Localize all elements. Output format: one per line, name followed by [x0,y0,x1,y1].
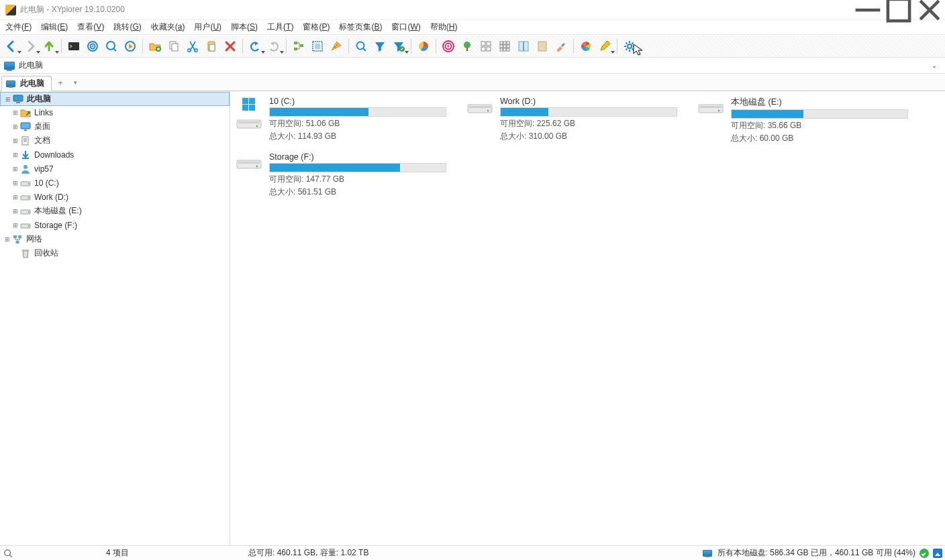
tree-node[interactable]: ⊞此电脑 [0,92,230,106]
up-button[interactable] [40,38,58,55]
menu-item[interactable]: 收藏夹(a) [148,20,188,34]
target-icon[interactable] [84,38,101,55]
tab-dropdown-button[interactable]: ▾ [69,76,81,89]
tree-toggle-icon[interactable]: ⊞ [12,208,19,215]
tree-label: Work (D:) [34,192,68,202]
toolbar [0,35,945,58]
menubar: 文件(F)编辑(E)查看(V)跳转(G)收藏夹(a)用户(U)脚本(S)工具(T… [0,20,945,35]
tree-node[interactable]: ⊞桌面 [0,119,230,133]
copy-icon[interactable] [165,38,183,55]
svg-rect-37 [503,45,506,48]
search-icon[interactable] [352,38,370,55]
delete-icon[interactable] [221,38,239,55]
tree-toggle-icon[interactable]: ⊞ [12,109,19,116]
brush-icon[interactable] [552,38,570,55]
status-search-button[interactable] [3,548,13,559]
grid-small-icon[interactable] [496,38,513,55]
filter-icon[interactable] [371,38,389,55]
redo-icon[interactable] [265,38,283,55]
pizza-icon[interactable] [328,38,345,55]
menu-item[interactable]: 用户(U) [191,20,224,34]
tree-node[interactable]: ⊞vip57 [0,162,230,176]
tree-icon[interactable] [290,38,307,55]
tree-node[interactable]: ⊞本地磁盘 (E:) [0,204,230,218]
tree-toggle-icon[interactable]: ⊞ [12,166,19,172]
tree-node[interactable]: ⊞网络 [0,232,230,246]
svg-rect-16 [300,44,303,47]
filter-go-icon[interactable] [390,38,407,55]
single-pane-icon[interactable] [534,38,551,55]
tree-node[interactable]: ⊞Work (D:) [0,190,230,204]
tree-toggle-icon[interactable]: ⊞ [12,137,19,144]
menu-item[interactable]: 窗格(P) [300,20,332,34]
spiral-icon[interactable] [440,38,457,55]
color-wheel-icon[interactable] [577,38,595,55]
app-icon [5,5,16,15]
tree-node[interactable]: ⊞Downloads [0,148,230,162]
menu-item[interactable]: 跳转(G) [111,20,144,34]
tree-toggle-icon[interactable]: ⊞ [12,222,19,229]
svg-rect-28 [466,48,468,51]
svg-point-11 [195,48,198,52]
drive-name: Work (D:) [500,97,677,106]
window-minimize-button[interactable] [852,0,883,20]
content-pane[interactable]: 10 (C:)可用空间: 51.06 GB总大小: 114.93 GBWork … [230,91,945,545]
tree-toggle-icon[interactable]: ⊞ [4,236,11,243]
tree-green-icon[interactable] [458,38,476,55]
menu-item[interactable]: 文件(F) [3,20,34,34]
play-circle-icon[interactable] [121,38,139,55]
pc-icon [4,62,15,70]
status-right: 所有本地磁盘: 586.34 GB 已用，460.11 GB 可用 (44%) [717,547,915,559]
menu-item[interactable]: 脚本(S) [228,20,260,34]
tree-toggle-icon[interactable]: ⊞ [12,152,19,158]
grid-large-icon[interactable] [477,38,495,55]
menu-item[interactable]: 窗口(W) [389,20,423,34]
window-close-button[interactable] [914,0,945,20]
tree-toggle-icon[interactable]: ⊞ [12,180,19,186]
select-icon[interactable] [309,38,326,55]
menu-item[interactable]: 查看(V) [74,20,107,34]
new-folder-icon[interactable] [146,38,164,55]
forward-button[interactable] [21,38,39,55]
tree-node[interactable]: ⊞文档 [0,133,230,148]
drive-tile[interactable]: 本地磁盘 (E:)可用空间: 35.66 GB总大小: 60.00 GB [696,97,908,144]
console-icon[interactable] [65,38,83,55]
tab-active[interactable]: 此电脑 [1,76,52,91]
tree-toggle-icon [12,250,19,257]
drive-tile[interactable]: 10 (C:)可用空间: 51.06 GB总大小: 114.93 GB [234,97,446,144]
tree-label: 10 (C:) [34,178,59,188]
menu-item[interactable]: 编辑(E) [38,20,70,34]
pc-icon [13,94,23,105]
address-dropdown-icon[interactable]: ⌄ [928,60,941,70]
zoom-lens-icon[interactable] [103,38,120,55]
pie-icon[interactable] [415,38,432,55]
tree-node[interactable]: ⊞Storage (F:) [0,218,230,232]
network-icon [12,234,23,245]
undo-icon[interactable] [246,38,264,55]
tree-toggle-icon[interactable]: ⊞ [12,123,19,130]
tree-label: Links [34,108,53,117]
tree-pane[interactable]: ⊞此电脑⊞Links⊞桌面⊞文档⊞Downloads⊞vip57⊞10 (C:)… [0,91,230,545]
tree-node[interactable]: ⊞Links [0,105,230,119]
tree-node[interactable]: ⊞10 (C:) [0,176,230,190]
window-maximize-button[interactable] [883,0,914,20]
menu-item[interactable]: 帮助(H) [428,20,460,34]
drive-tile[interactable]: Storage (F:)可用空间: 147.77 GB总大小: 561.51 G… [234,152,446,198]
pencil-icon[interactable] [596,38,613,55]
tree-toggle-icon[interactable]: ⊞ [12,194,19,201]
svg-point-27 [464,42,470,48]
menu-item[interactable]: 标签页集(B) [336,20,385,34]
back-button[interactable] [3,38,20,55]
tree-node[interactable]: 回收站 [0,246,230,260]
tree-toggle-icon[interactable]: ⊞ [5,96,11,103]
svg-rect-33 [500,42,503,44]
paste-icon[interactable] [203,38,220,55]
tab-add-button[interactable]: + [53,76,68,89]
windows-logo-icon [242,98,256,111]
cut-icon[interactable] [184,38,201,55]
menu-item[interactable]: 工具(T) [264,20,296,34]
addressbar[interactable]: 此电脑 ⌄ [0,58,945,74]
split-vert-icon[interactable] [515,38,532,55]
drive-tile[interactable]: Work (D:)可用空间: 225.62 GB总大小: 310.00 GB [465,97,677,144]
svg-rect-15 [294,48,297,50]
